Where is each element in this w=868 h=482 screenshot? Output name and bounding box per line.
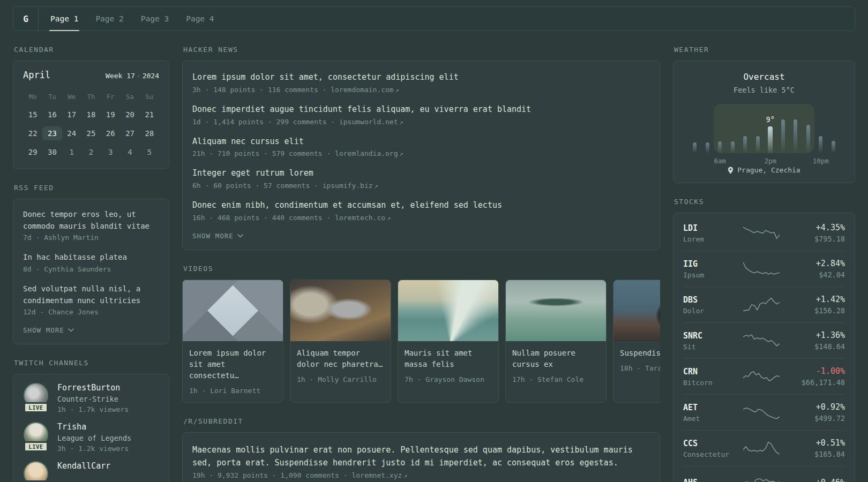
stock-row[interactable]: CCSConsectetur+0.51%$165.84 bbox=[683, 430, 845, 466]
stock-values: +0.92%$499.72 bbox=[814, 402, 845, 423]
stock-row[interactable]: AHS+0.46% bbox=[683, 466, 845, 482]
calendar-day: 25 bbox=[81, 126, 101, 140]
video-title[interactable]: Nullam posuere cursus ex bbox=[512, 348, 600, 370]
twitch-avatar-wrap: LIVE bbox=[23, 461, 49, 482]
hackernews-item-domain[interactable]: loremdomain.com bbox=[331, 86, 393, 94]
stock-row[interactable]: SNRCSit+1.36%$148.64 bbox=[683, 322, 845, 358]
video-title[interactable]: Lorem ipsum dolor sit amet consectetu… bbox=[189, 348, 276, 381]
stock-change: +0.51% bbox=[814, 438, 845, 448]
stock-row[interactable]: AETAmet+0.92%$499.72 bbox=[683, 394, 845, 430]
hackernews-item-stats: 16h · 468 points · 440 comments · bbox=[192, 214, 335, 222]
hackernews-item-title[interactable]: Aliquam nec cursus elit bbox=[192, 136, 650, 148]
calendar-day: 2 bbox=[81, 145, 101, 159]
twitch-avatar-wrap: LIVE bbox=[23, 422, 49, 453]
stocks-widget: LDILorem+4.35%$795.18IIGIpsum+2.84%$42.0… bbox=[673, 213, 855, 482]
rss-item: Donec tempor eros leo, ut commodo mauris… bbox=[23, 209, 159, 242]
twitch-widget: LIVEForrestBurtonCounter-Strike1h · 1.7k… bbox=[13, 374, 169, 482]
video-card[interactable]: Aliquam tempor dolor nec pharetra…1h · M… bbox=[290, 280, 391, 403]
video-title[interactable]: Suspendisse diam bbox=[620, 348, 660, 359]
hackernews-item-title[interactable]: Integer eget rutrum lorem bbox=[192, 168, 650, 179]
stock-change: +4.35% bbox=[814, 223, 845, 232]
weather-bar bbox=[794, 119, 797, 153]
twitch-channel-row[interactable]: LIVETrishaLeague of Legends3h · 1.2k vie… bbox=[23, 422, 159, 453]
stock-row[interactable]: LDILorem+4.35%$795.18 bbox=[683, 215, 845, 251]
rss-show-more-button[interactable]: SHOW MORE bbox=[23, 326, 74, 334]
hackernews-show-more-button[interactable]: SHOW MORE bbox=[192, 232, 243, 240]
stock-row[interactable]: CRNBitcorn-1.00%$66,171.48 bbox=[683, 358, 845, 394]
weather-bar-slot bbox=[727, 116, 739, 153]
calendar-day: 18 bbox=[81, 108, 101, 122]
video-card-body: Suspendisse diam18h · Tara bbox=[613, 341, 660, 380]
twitch-channel-info: KendallCarr bbox=[57, 461, 110, 482]
weather-x-label: 6am bbox=[714, 157, 726, 165]
stock-values: +4.35%$795.18 bbox=[814, 223, 845, 243]
weather-bar-slot bbox=[802, 116, 815, 153]
twitch-channel-name[interactable]: ForrestBurton bbox=[57, 383, 129, 393]
tab-page-3[interactable]: Page 3 bbox=[132, 7, 177, 31]
stock-sparkline bbox=[743, 474, 780, 482]
video-thumbnail bbox=[183, 280, 283, 341]
hackernews-item-title[interactable]: Lorem ipsum dolor sit amet, consectetur … bbox=[192, 72, 650, 84]
stock-name: Consectetur bbox=[683, 450, 743, 458]
stock-price: $148.64 bbox=[814, 342, 845, 351]
tab-page-4[interactable]: Page 4 bbox=[177, 7, 222, 31]
video-thumbnail bbox=[290, 280, 391, 341]
video-card[interactable]: Nullam posuere cursus ex17h · Stefan Col… bbox=[505, 280, 607, 403]
left-column: CALENDAR April Week 17·2024 MoTuWeThFrSa… bbox=[13, 31, 169, 482]
hackernews-item-domain[interactable]: loremtech.co bbox=[335, 214, 385, 222]
video-card[interactable]: Suspendisse diam18h · Tara bbox=[613, 280, 660, 403]
live-badge: LIVE bbox=[24, 402, 48, 413]
calendar-day: 30 bbox=[42, 145, 62, 159]
middle-column: HACKER NEWS Lorem ipsum dolor sit amet, … bbox=[182, 31, 660, 482]
video-title[interactable]: Aliquam tempor dolor nec pharetra… bbox=[297, 348, 384, 370]
stock-values: +0.46% bbox=[816, 478, 845, 482]
video-meta: 7h · Grayson Dawson bbox=[405, 375, 492, 383]
weather-bar bbox=[743, 136, 747, 153]
stock-sparkline bbox=[743, 260, 780, 277]
calendar-week: Week 17 bbox=[106, 72, 135, 80]
weather-bar bbox=[718, 141, 722, 153]
rss-widget: Donec tempor eros leo, ut commodo mauris… bbox=[13, 199, 169, 344]
weather-location-row: Prague, Czechia bbox=[683, 166, 845, 174]
stock-values: -1.00%$66,171.48 bbox=[802, 366, 845, 387]
stock-row[interactable]: DBSDolor+1.42%$156.28 bbox=[683, 287, 845, 322]
hackernews-item-domain[interactable]: ipsumify.biz bbox=[323, 182, 373, 190]
subreddit-post-meta: 19h · 9,932 points · 1,090 comments · lo… bbox=[192, 471, 650, 479]
app-logo[interactable]: G bbox=[13, 7, 39, 31]
subreddit-post-domain[interactable]: loremnet.xyz bbox=[351, 471, 402, 479]
twitch-channel-name[interactable]: Trisha bbox=[57, 422, 131, 432]
hackernews-item-title[interactable]: Donec enim nibh, condimentum et accumsan… bbox=[192, 200, 650, 212]
video-meta: 1h · Molly Carrillo bbox=[297, 375, 384, 383]
rss-item-title[interactable]: In hac habitasse platea bbox=[23, 252, 159, 263]
hackernews-item: Integer eget rutrum lorem6h · 60 points … bbox=[192, 168, 650, 190]
video-title[interactable]: Mauris sit amet massa felis bbox=[405, 348, 492, 370]
tab-page-1[interactable]: Page 1 bbox=[42, 7, 87, 31]
twitch-channel-name[interactable]: KendallCarr bbox=[57, 461, 110, 471]
weather-feels-like: Feels like 5°C bbox=[683, 86, 845, 94]
video-card[interactable]: Lorem ipsum dolor sit amet consectetu…1h… bbox=[182, 280, 283, 403]
video-meta: 1h · Lori Barnett bbox=[189, 387, 276, 395]
twitch-section-title: TWITCH CHANNELS bbox=[14, 359, 168, 367]
calendar-day: 20 bbox=[120, 108, 139, 122]
calendar-day: 17 bbox=[62, 108, 81, 122]
hackernews-item-domain[interactable]: loremlandia.org bbox=[335, 149, 398, 157]
video-card[interactable]: Mauris sit amet massa felis7h · Grayson … bbox=[398, 280, 499, 403]
hackernews-item-domain[interactable]: ipsumworld.net bbox=[339, 118, 398, 126]
rss-section-title: RSS FEED bbox=[14, 184, 168, 192]
calendar-weekday: Su bbox=[140, 91, 159, 103]
stock-values: +0.51%$165.84 bbox=[814, 438, 845, 458]
hackernews-item: Lorem ipsum dolor sit amet, consectetur … bbox=[192, 72, 650, 94]
calendar-grid: MoTuWeThFrSaSu15161718192021222324252627… bbox=[23, 91, 159, 159]
twitch-channel-row[interactable]: LIVEForrestBurtonCounter-Strike1h · 1.7k… bbox=[23, 383, 159, 413]
hackernews-item-title[interactable]: Donec imperdiet augue tincidunt felis al… bbox=[192, 104, 650, 116]
stock-row[interactable]: IIGIpsum+2.84%$42.04 bbox=[683, 251, 845, 287]
tab-page-2[interactable]: Page 2 bbox=[87, 7, 132, 31]
weather-bar bbox=[819, 136, 822, 153]
rss-item-title[interactable]: Donec tempor eros leo, ut commodo mauris… bbox=[23, 209, 159, 232]
subreddit-post-title[interactable]: Maecenas mollis pulvinar erat non posuer… bbox=[192, 443, 646, 469]
twitch-channel-row[interactable]: LIVEKendallCarr bbox=[23, 461, 159, 482]
twitch-avatar-wrap: LIVE bbox=[23, 383, 49, 413]
external-link-icon: ↗ bbox=[394, 86, 399, 94]
weather-bar-slot bbox=[827, 116, 840, 153]
rss-item-title[interactable]: Sed volutpat nulla nisl, a condimentum n… bbox=[23, 283, 159, 306]
